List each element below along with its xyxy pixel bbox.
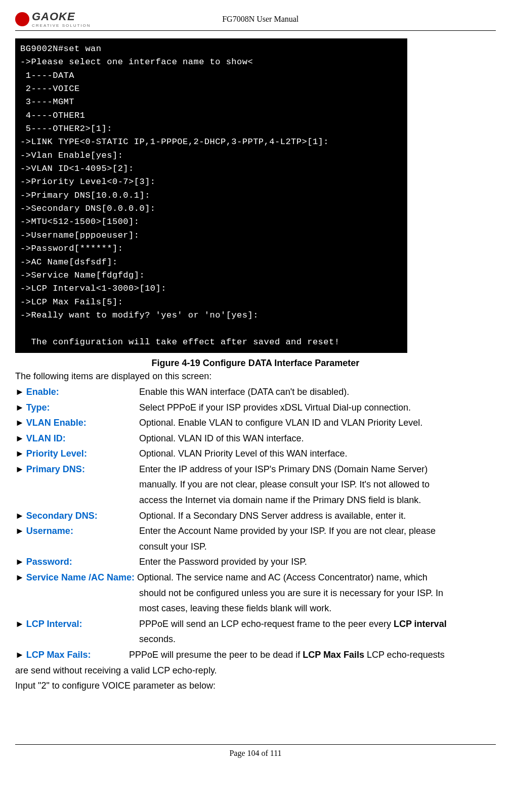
- param-label: LCP Max Fails:: [26, 650, 91, 660]
- param-label: Username:: [26, 526, 73, 536]
- figure-caption: Figure 4-19 Configure DATA Interface Par…: [15, 358, 496, 369]
- param-desc-cont: seconds.: [139, 631, 496, 647]
- param-priority-level: ►Priority Level: Optional. VLAN Priority…: [15, 446, 496, 462]
- param-service-name: ►Service Name /AC Name: Optional. The se…: [15, 570, 496, 585]
- param-desc: Optional. The service name and AC (Acces…: [135, 572, 428, 582]
- param-desc-cont: consult your ISP.: [139, 539, 496, 555]
- page-number: Page 104 of 111: [229, 749, 281, 757]
- param-enable: ►Enable: Enable this WAN interface (DATA…: [15, 384, 496, 400]
- terminal-screenshot: BG9002N#set wan ->Please select one inte…: [15, 38, 407, 353]
- param-desc-tail: are send without receiving a valid LCP e…: [15, 663, 496, 679]
- param-desc-cont: most cases, leaving these fields blank w…: [139, 601, 496, 616]
- logo-tagline: CREATIVE SOLUTION: [32, 23, 91, 28]
- parameter-list: ►Enable: Enable this WAN interface (DATA…: [15, 384, 496, 694]
- logo-icon: [15, 12, 29, 26]
- param-label: VLAN ID:: [26, 433, 66, 443]
- param-desc: Optional. Enable VLAN to configure VLAN …: [139, 415, 496, 431]
- logo: GAOKE CREATIVE SOLUTION: [15, 10, 91, 28]
- param-type: ►Type: Select PPPoE if your ISP provides…: [15, 400, 496, 416]
- param-desc: PPPoE will send an LCP echo-request fram…: [139, 616, 496, 632]
- param-label: Secondary DNS:: [26, 511, 98, 521]
- intro-text: The following items are displayed on thi…: [15, 371, 496, 382]
- param-primary-dns: ►Primary DNS: Enter the IP address of yo…: [15, 462, 496, 477]
- manual-title: FG7008N User Manual: [101, 15, 420, 24]
- param-desc-cont: should not be configured unless you are …: [139, 585, 496, 601]
- param-vlan-id: ►VLAN ID: Optional. VLAN ID of this WAN …: [15, 431, 496, 446]
- param-lcp-max-fails: ►LCP Max Fails: PPPoE will presume the p…: [15, 647, 496, 663]
- page-header: GAOKE CREATIVE SOLUTION FG7008N User Man…: [15, 10, 496, 31]
- param-desc: Enter the IP address of your ISP's Prima…: [139, 462, 496, 477]
- param-label: VLAN Enable:: [26, 418, 87, 428]
- param-password: ►Password: Enter the Password provided b…: [15, 554, 496, 570]
- param-lcp-interval: ►LCP Interval: PPPoE will send an LCP ec…: [15, 616, 496, 632]
- param-label: Enable:: [26, 387, 59, 397]
- logo-brand: GAOKE: [32, 10, 91, 23]
- param-desc: Optional. If a Secondary DNS Server addr…: [139, 508, 496, 524]
- param-vlan-enable: ►VLAN Enable: Optional. Enable VLAN to c…: [15, 415, 496, 431]
- param-desc-cont: manually. If you are not clear, please c…: [139, 477, 496, 492]
- param-desc: Optional. VLAN Priority Level of this WA…: [139, 446, 496, 462]
- param-desc-cont: access the Internet via domain name if t…: [139, 492, 496, 508]
- page-footer: Page 104 of 111: [15, 744, 496, 768]
- param-label: Type:: [26, 402, 50, 413]
- closing-text: Input "2" to configure VOICE parameter a…: [15, 678, 496, 694]
- param-label: Priority Level:: [26, 448, 87, 459]
- param-secondary-dns: ►Secondary DNS: Optional. If a Secondary…: [15, 508, 496, 524]
- param-desc: Enter the Account Name provided by your …: [139, 523, 496, 539]
- param-desc: Enter the Password provided by your ISP.: [139, 554, 496, 570]
- param-desc: PPPoE will presume the peer to be dead i…: [129, 647, 496, 663]
- param-username: ►Username: Enter the Account Name provid…: [15, 523, 496, 539]
- param-desc: Select PPPoE if your ISP provides xDSL V…: [139, 400, 496, 416]
- param-label: Password:: [26, 557, 72, 567]
- param-label: Service Name /AC Name:: [26, 572, 135, 582]
- param-desc: Enable this WAN interface (DATA can't be…: [139, 384, 496, 400]
- param-label: Primary DNS:: [26, 464, 85, 474]
- param-desc: Optional. VLAN ID of this WAN interface.: [139, 431, 496, 446]
- param-label: LCP Interval:: [26, 619, 82, 629]
